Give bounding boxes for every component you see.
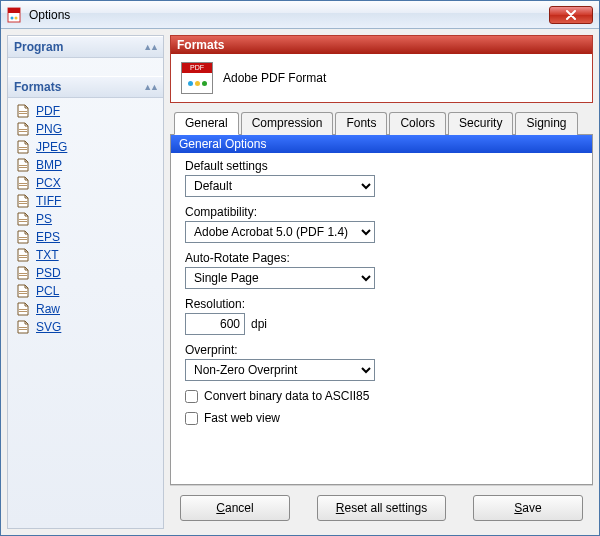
tab-compression[interactable]: Compression [241, 112, 334, 135]
svg-rect-22 [19, 273, 27, 274]
sidebar-item-label: TXT [36, 248, 59, 262]
tab-security[interactable]: Security [448, 112, 513, 135]
sidebar-item-label: PNG [36, 122, 62, 136]
svg-rect-28 [19, 327, 27, 328]
file-icon [16, 212, 30, 226]
sidebar-item-format[interactable]: PNG [10, 120, 161, 138]
combo-default-settings[interactable]: Default [185, 175, 375, 197]
sidebar-formats-list: PDFPNGJPEGBMPPCXTIFFPSEPSTXTPSDPCLRawSVG [8, 98, 163, 344]
collapse-icon: ▲▲ [143, 42, 157, 52]
checkbox-fastweb-label: Fast web view [204, 411, 280, 425]
sidebar-group-program[interactable]: Program ▲▲ [8, 36, 163, 58]
sidebar-item-format[interactable]: Raw [10, 300, 161, 318]
sidebar-item-label: EPS [36, 230, 60, 244]
file-icon [16, 230, 30, 244]
svg-rect-25 [19, 293, 27, 294]
sidebar-item-format[interactable]: BMP [10, 156, 161, 174]
svg-rect-16 [19, 219, 27, 220]
sidebar-item-format[interactable]: JPEG [10, 138, 161, 156]
sidebar-group-label: Formats [14, 80, 61, 94]
file-icon [16, 140, 30, 154]
sidebar-item-format[interactable]: TIFF [10, 192, 161, 210]
sidebar-item-format[interactable]: EPS [10, 228, 161, 246]
field-overprint: Overprint: Non-Zero Overprint [185, 343, 578, 381]
sidebar-item-format[interactable]: SVG [10, 318, 161, 336]
tab-general-page: General Options Default settings Default… [170, 134, 593, 485]
tab-general[interactable]: General [174, 112, 239, 135]
close-button[interactable] [549, 6, 593, 24]
titlebar: Options [1, 1, 599, 29]
svg-rect-26 [19, 309, 27, 310]
svg-rect-8 [19, 147, 27, 148]
file-icon [16, 104, 30, 118]
file-icon [16, 284, 30, 298]
sidebar-item-format[interactable]: PDF [10, 102, 161, 120]
field-auto-rotate: Auto-Rotate Pages: Single Page [185, 251, 578, 289]
tab-fonts[interactable]: Fonts [335, 112, 387, 135]
unit-resolution: dpi [251, 317, 267, 331]
collapse-icon: ▲▲ [143, 82, 157, 92]
checkbox-ascii85[interactable] [185, 390, 198, 403]
combo-compatibility[interactable]: Adobe Acrobat 5.0 (PDF 1.4) [185, 221, 375, 243]
sidebar-item-label: Raw [36, 302, 60, 316]
file-icon [16, 302, 30, 316]
svg-rect-4 [19, 111, 27, 112]
sidebar-item-label: SVG [36, 320, 61, 334]
svg-rect-11 [19, 167, 27, 168]
sidebar-item-label: PSD [36, 266, 61, 280]
sidebar-item-format[interactable]: PS [10, 210, 161, 228]
sidebar-item-format[interactable]: TXT [10, 246, 161, 264]
svg-rect-27 [19, 311, 27, 312]
svg-rect-20 [19, 255, 27, 256]
checkbox-fastweb[interactable] [185, 412, 198, 425]
file-icon [16, 266, 30, 280]
field-resolution: Resolution: dpi [185, 297, 578, 335]
file-icon [16, 122, 30, 136]
svg-rect-19 [19, 239, 27, 240]
file-icon [16, 194, 30, 208]
combo-overprint[interactable]: Non-Zero Overprint [185, 359, 375, 381]
selected-format-label: Adobe PDF Format [223, 71, 326, 85]
tab-signing[interactable]: Signing [515, 112, 577, 135]
reset-button[interactable]: Reset all settings [317, 495, 446, 521]
cancel-button[interactable]: Cancel [180, 495, 290, 521]
tabstrip: GeneralCompressionFontsColorsSecuritySig… [170, 111, 593, 134]
sidebar-group-formats[interactable]: Formats ▲▲ [8, 76, 163, 98]
dialog-body: Program ▲▲ Formats ▲▲ PDFPNGJPEGBMPPCXTI… [1, 29, 599, 535]
combo-auto-rotate[interactable]: Single Page [185, 267, 375, 289]
formats-header-title: Formats [171, 36, 592, 54]
checkbox-ascii85-row: Convert binary data to ASCII85 [185, 389, 578, 403]
sidebar-item-format[interactable]: PCX [10, 174, 161, 192]
main-panel: Formats PDF Adobe PDF Format GeneralComp… [170, 35, 593, 529]
field-compatibility: Compatibility: Adobe Acrobat 5.0 (PDF 1.… [185, 205, 578, 243]
svg-rect-17 [19, 221, 27, 222]
file-icon [16, 158, 30, 172]
sidebar-item-label: PCL [36, 284, 59, 298]
svg-rect-10 [19, 165, 27, 166]
sidebar-group-label: Program [14, 40, 63, 54]
sidebar: Program ▲▲ Formats ▲▲ PDFPNGJPEGBMPPCXTI… [7, 35, 164, 529]
sidebar-item-label: PCX [36, 176, 61, 190]
svg-point-3 [15, 16, 18, 19]
input-resolution[interactable] [185, 313, 245, 335]
tab-colors[interactable]: Colors [389, 112, 446, 135]
svg-rect-13 [19, 185, 27, 186]
svg-rect-1 [8, 8, 20, 13]
field-default-settings: Default settings Default [185, 159, 578, 197]
window-title: Options [29, 8, 549, 22]
svg-rect-9 [19, 149, 27, 150]
svg-rect-5 [19, 113, 27, 114]
sidebar-item-format[interactable]: PCL [10, 282, 161, 300]
save-button[interactable]: Save [473, 495, 583, 521]
file-icon [16, 176, 30, 190]
sidebar-item-format[interactable]: PSD [10, 264, 161, 282]
svg-rect-7 [19, 131, 27, 132]
svg-rect-18 [19, 237, 27, 238]
footer-buttons: Cancel Reset all settings Save [170, 485, 593, 529]
pdf-format-icon: PDF [181, 62, 213, 94]
sidebar-item-label: PDF [36, 104, 60, 118]
svg-rect-12 [19, 183, 27, 184]
file-icon [16, 248, 30, 262]
general-form: Default settings Default Compatibility: … [171, 153, 592, 484]
app-icon [7, 7, 23, 23]
